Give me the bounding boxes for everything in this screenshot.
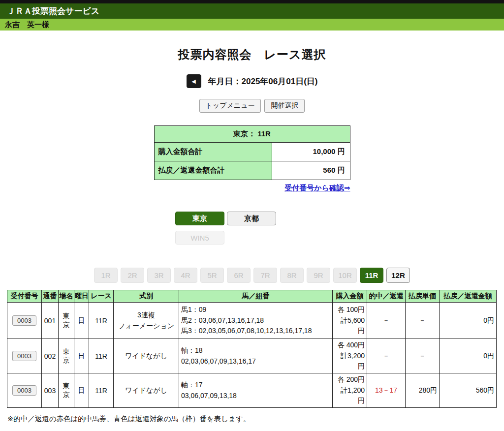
day-cell: 日 xyxy=(74,303,89,339)
selection-line: 軸：17 xyxy=(181,380,330,391)
race-button-9r: 9R xyxy=(307,268,330,283)
purchase-total-value: 10,000 円 xyxy=(272,143,350,161)
col-unit-payout: 払戻単価 xyxy=(406,290,440,303)
payout-total-value: 560 円 xyxy=(272,161,350,180)
table-row: 0003 003 東京 日 11R ワイドながし 軸：17 03,06,07,0… xyxy=(7,373,497,408)
table-row: 0003 001 東京 日 11R 3連複 フォーメーション 馬1：09 馬2：… xyxy=(7,303,497,339)
bet-type-line: 3連複 xyxy=(116,310,177,321)
bet-type-line: ワイドながし xyxy=(116,385,177,396)
serial-cell: 003 xyxy=(42,373,59,408)
user-bar: 永吉 英一様 xyxy=(0,19,504,31)
amount-each: 各 200円 xyxy=(335,374,365,385)
amount-cell: 各 100円 計5,600円 xyxy=(333,303,367,339)
bets-header-row: 受付番号 通番 場名 曜日 レース 式別 馬／組番 購入金額 的中／返還 払戻単… xyxy=(7,290,497,303)
receipt-number-button[interactable]: 0003 xyxy=(12,385,36,396)
hit-cell: 13－17 xyxy=(367,373,406,408)
app-title: ＪＲＡ投票照会サービス xyxy=(7,6,99,16)
top-menu-button[interactable]: トップメニュー xyxy=(199,99,261,113)
previous-day-button[interactable]: ◀ xyxy=(187,74,201,88)
date-label: 年月日：2025年06月01日(日) xyxy=(208,76,318,87)
bets-table: 受付番号 通番 場名 曜日 レース 式別 馬／組番 購入金額 的中／返還 払戻単… xyxy=(7,290,497,408)
link-row: 受付番号から確認⇒ xyxy=(154,184,350,193)
day-cell: 日 xyxy=(74,373,89,408)
race-button-10r: 10R xyxy=(333,268,357,283)
app-title-bar: ＪＲＡ投票照会サービス xyxy=(0,3,504,19)
venue-buttons: 東京 京都 xyxy=(175,212,329,225)
race-cell: 11R xyxy=(89,339,114,373)
bet-type-line: ワイドながし xyxy=(116,351,177,362)
summary-table: 東京： 11R 購入金額合計 10,000 円 払戻／返還金額合計 560 円 xyxy=(154,125,350,180)
top-black-strip xyxy=(0,0,504,3)
bet-type-cell: ワイドながし xyxy=(114,373,179,408)
win5-button: WIN5 xyxy=(175,231,224,245)
col-amount: 購入金額 xyxy=(333,290,367,303)
amount-total: 計1,200円 xyxy=(335,385,365,406)
receipt-number-button[interactable]: 0003 xyxy=(12,351,36,361)
race-cell: 11R xyxy=(89,303,114,339)
race-buttons: 1R 2R 3R 4R 5R 6R 7R 8R 9R 10R 11R 12R xyxy=(0,268,504,283)
race-button-8r: 8R xyxy=(280,268,304,283)
serial-cell: 002 xyxy=(42,339,59,373)
unit-payout-cell: 280円 xyxy=(406,373,440,408)
table-row: 0003 002 東京 日 11R ワイドながし 軸：18 02,03,06,0… xyxy=(7,339,497,373)
venue-cell: 東京 xyxy=(59,339,74,373)
amount-total: 計5,600円 xyxy=(335,315,365,337)
legend-note: ※的中／返還の赤色は的中馬券、青色は返還対象の馬（枠）番を表します。 xyxy=(7,414,504,424)
race-cell: 11R xyxy=(89,373,114,408)
col-receipt-no: 受付番号 xyxy=(7,290,42,303)
venue-cell: 東京 xyxy=(59,303,74,339)
user-name: 永吉 英一様 xyxy=(5,20,49,29)
col-day: 曜日 xyxy=(74,290,89,303)
race-button-1r: 1R xyxy=(94,268,118,283)
col-payout: 払戻／返還金額 xyxy=(440,290,497,303)
venue-section: 東京 京都 WIN5 xyxy=(175,212,329,245)
venue-button-kyoto[interactable]: 京都 xyxy=(227,212,276,225)
col-selection: 馬／組番 xyxy=(179,290,333,303)
payout-cell: 560円 xyxy=(440,373,497,408)
col-race: レース xyxy=(89,290,114,303)
selection-line: 馬1：09 xyxy=(181,305,330,315)
win5-row: WIN5 xyxy=(175,225,329,245)
race-button-4r: 4R xyxy=(174,268,197,283)
amount-each: 各 400円 xyxy=(335,340,365,351)
race-button-11r[interactable]: 11R xyxy=(360,268,383,283)
day-cell: 日 xyxy=(74,339,89,373)
hit-cell: － xyxy=(367,303,406,339)
race-button-3r: 3R xyxy=(147,268,171,283)
col-hit: 的中／返還 xyxy=(367,290,406,303)
hit-cell: － xyxy=(367,339,406,373)
confirm-by-receipt-link[interactable]: 受付番号から確認⇒ xyxy=(284,184,350,192)
date-row: ◀ 年月日：2025年06月01日(日) xyxy=(0,74,504,88)
top-nav-buttons: トップメニュー 開催選択 xyxy=(0,99,504,113)
col-bet-type: 式別 xyxy=(114,290,179,303)
selection-cell: 軸：17 03,06,07,09,13,18 xyxy=(179,373,333,408)
payout-total-label: 払戻／返還金額合計 xyxy=(154,161,272,180)
summary-section: 東京： 11R 購入金額合計 10,000 円 払戻／返還金額合計 560 円 … xyxy=(154,125,350,193)
unit-payout-cell: － xyxy=(406,339,440,373)
amount-total: 計3,200円 xyxy=(335,351,365,372)
purchase-total-label: 購入金額合計 xyxy=(154,143,272,161)
table-row: 購入金額合計 10,000 円 xyxy=(154,143,350,161)
payout-cell: 0円 xyxy=(440,303,497,339)
race-button-6r: 6R xyxy=(227,268,251,283)
selection-line: 03,06,07,09,13,18 xyxy=(181,391,330,401)
selection-cell: 馬1：09 馬2：03,06,07,13,16,17,18 馬3：02,03,0… xyxy=(179,303,333,339)
receipt-number-button[interactable]: 0003 xyxy=(12,315,36,326)
amount-each: 各 100円 xyxy=(335,305,365,315)
race-button-12r[interactable]: 12R xyxy=(386,268,410,283)
summary-header: 東京： 11R xyxy=(154,126,350,143)
venue-button-tokyo[interactable]: 東京 xyxy=(175,212,224,225)
amount-cell: 各 200円 計1,200円 xyxy=(333,373,367,408)
bet-type-line: フォーメーション xyxy=(116,321,177,332)
page-title: 投票内容照会 レース選択 xyxy=(0,47,504,62)
selection-line: 02,03,06,07,09,13,16,17 xyxy=(181,356,330,367)
meeting-select-button[interactable]: 開催選択 xyxy=(264,99,305,113)
race-button-7r: 7R xyxy=(253,268,277,283)
bet-type-cell: ワイドながし xyxy=(114,339,179,373)
col-venue: 場名 xyxy=(59,290,74,303)
unit-payout-cell: － xyxy=(406,303,440,339)
race-button-5r: 5R xyxy=(200,268,224,283)
serial-cell: 001 xyxy=(42,303,59,339)
selection-line: 軸：18 xyxy=(181,345,330,356)
selection-line: 馬3：02,03,05,06,07,08,10,12,13,16,17,18 xyxy=(181,326,330,337)
